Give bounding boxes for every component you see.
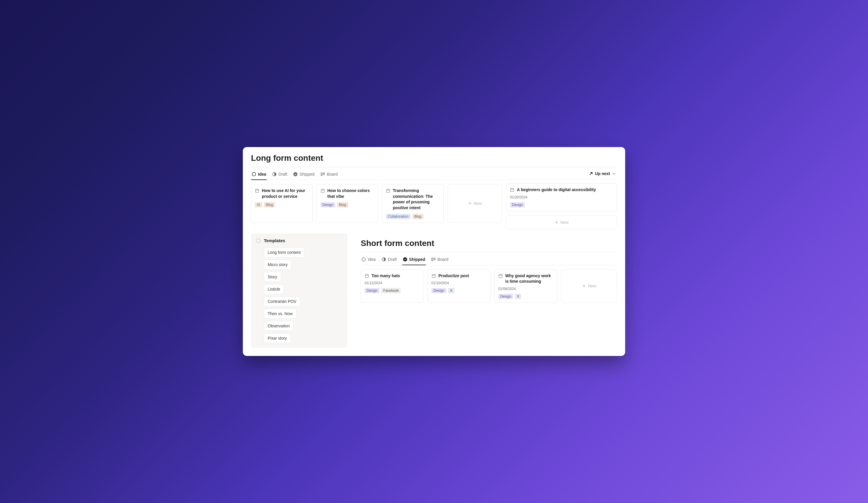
new-card-button[interactable]: New: [561, 269, 617, 303]
svg-point-18: [362, 258, 365, 261]
app-window: Long form content Idea Draft Shipped: [243, 147, 625, 356]
tab-idea[interactable]: Idea: [251, 168, 267, 180]
board-icon: [431, 257, 436, 262]
circle-icon: [251, 172, 256, 177]
short-form-title: Short form content: [361, 239, 617, 252]
short-form-tabs: Idea Draft Shipped Board: [361, 253, 449, 265]
svg-rect-3: [321, 173, 322, 176]
tab-board[interactable]: Board: [431, 253, 449, 265]
templates-title: Templates: [264, 238, 285, 243]
svg-rect-27: [499, 274, 502, 277]
plus-icon: [555, 220, 559, 224]
svg-rect-4: [323, 173, 324, 175]
page-icon: [320, 188, 325, 193]
tag: Design: [431, 288, 446, 293]
tag: Facebook: [381, 288, 401, 293]
card-short-0[interactable]: Too many hats 01/12/2024 DesignFacebook: [361, 269, 423, 303]
plus-icon: [582, 284, 586, 288]
svg-point-17: [256, 239, 260, 243]
tab-idea[interactable]: Idea: [361, 253, 376, 265]
card-title: Too many hats: [372, 273, 400, 279]
svg-rect-21: [432, 258, 433, 261]
svg-rect-22: [434, 258, 435, 260]
template-item[interactable]: Then vs. Now: [264, 309, 297, 318]
page-icon: [498, 274, 503, 278]
long-form-title: Long form content: [251, 154, 617, 167]
tag: Design: [498, 294, 513, 299]
tab-draft[interactable]: Draft: [271, 168, 288, 180]
card-title: A beginners guide to digital accessibili…: [517, 187, 596, 193]
template-item[interactable]: Observation: [264, 321, 293, 331]
tag: Blog: [337, 202, 348, 208]
card-short-1[interactable]: Productize post 01/10/2024 DesignX: [427, 269, 490, 303]
tab-shipped[interactable]: Shipped: [292, 168, 315, 180]
tag: X: [448, 288, 454, 293]
template-item[interactable]: Contrarian POV: [264, 296, 300, 306]
card-title: How to use AI for your product or servic…: [262, 188, 309, 199]
tag: Blog: [264, 202, 275, 208]
short-form-card-row: Too many hats 01/12/2024 DesignFacebook …: [361, 269, 617, 303]
card-tags: DesignX: [431, 288, 487, 293]
card-tags: AIBlog: [255, 202, 309, 208]
svg-rect-23: [365, 274, 369, 277]
card-long-0[interactable]: How to use AI for your product or servic…: [251, 184, 313, 223]
template-item[interactable]: Listicle: [264, 284, 284, 294]
arrow-up-right-icon: [589, 171, 593, 176]
tag: Design: [510, 202, 525, 208]
page-icon: [510, 188, 515, 192]
card-tags: CollaborationBlog: [386, 214, 440, 219]
tag: Design: [364, 288, 380, 293]
card-tags: DesignFacebook: [364, 288, 420, 293]
template-item[interactable]: Story: [264, 272, 281, 282]
template-item[interactable]: Pixar story: [264, 333, 291, 343]
tab-board[interactable]: Board: [320, 168, 338, 180]
card-title: How to choose colors that vibe: [328, 188, 374, 199]
template-item[interactable]: Micro story: [264, 260, 291, 270]
page-icon: [431, 274, 436, 278]
card-date: 01/08/2024: [498, 287, 554, 291]
board-icon: [320, 172, 325, 177]
card-long-1[interactable]: How to choose colors that vibe DesignBlo…: [317, 184, 378, 223]
card-title: Transforming communication: The power of…: [393, 188, 440, 211]
card-date: 01/10/2024: [431, 281, 487, 285]
svg-rect-9: [387, 189, 390, 192]
svg-rect-7: [321, 189, 324, 192]
card-tags: Design: [510, 202, 613, 208]
half-circle-icon: [272, 172, 277, 177]
svg-rect-5: [256, 189, 259, 192]
page-icon: [386, 188, 391, 193]
check-circle-icon: [403, 257, 407, 262]
half-circle-icon: [381, 257, 386, 262]
new-card-button[interactable]: New: [448, 184, 502, 223]
plus-icon: [468, 201, 472, 206]
up-next-button[interactable]: Up next: [588, 168, 617, 179]
card-title: Why good agency work is time consuming: [505, 273, 554, 284]
check-circle-icon: [293, 172, 298, 177]
tab-shipped[interactable]: Shipped: [402, 253, 426, 265]
tag: AI: [255, 202, 262, 208]
long-form-card-row: How to use AI for your product or servic…: [251, 184, 502, 223]
new-card-button[interactable]: New: [506, 215, 617, 229]
card-long-2[interactable]: Transforming communication: The power of…: [382, 184, 444, 223]
card-tags: DesignBlog: [320, 202, 374, 208]
tag: Blog: [412, 214, 423, 219]
tag: Design: [320, 202, 335, 208]
page-icon: [364, 274, 369, 278]
tag: X: [515, 294, 521, 299]
card-date: 01/20/2024: [510, 195, 613, 199]
long-form-tabs: Idea Draft Shipped Board: [251, 168, 338, 180]
circle-icon: [361, 257, 366, 262]
card-short-2[interactable]: Why good agency work is time consuming 0…: [494, 269, 557, 303]
svg-point-0: [252, 172, 256, 176]
tag: Collaboration: [386, 214, 411, 219]
dashed-circle-icon: [256, 238, 261, 243]
card-title: Productize post: [438, 273, 469, 279]
templates-panel: Templates Long form content Micro story …: [251, 233, 347, 348]
page-icon: [255, 188, 259, 193]
template-item[interactable]: Long form content: [264, 248, 304, 257]
tab-draft[interactable]: Draft: [381, 253, 397, 265]
card-upnext-0[interactable]: A beginners guide to digital accessibili…: [506, 183, 617, 211]
card-tags: DesignX: [498, 294, 554, 299]
svg-rect-25: [432, 274, 435, 277]
chevron-down-icon: [612, 171, 617, 176]
